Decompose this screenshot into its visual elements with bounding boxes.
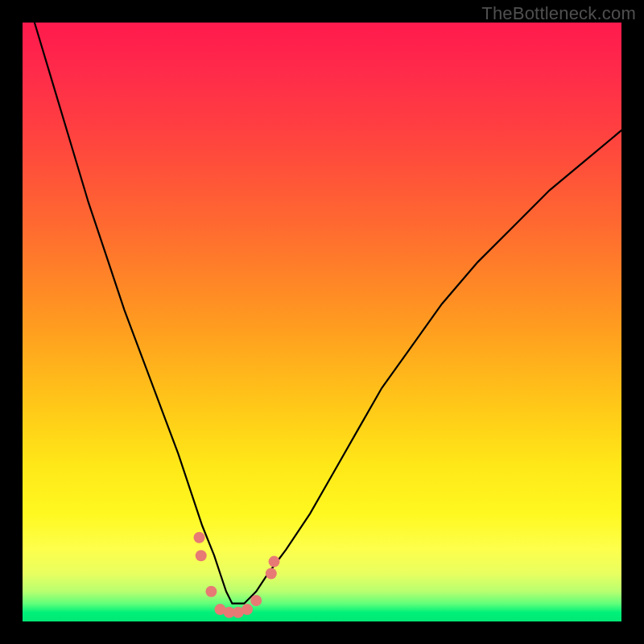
plot-area — [23, 23, 621, 621]
marker-dot — [205, 586, 217, 597]
marker-dots-group — [194, 532, 280, 618]
marker-dot — [194, 532, 205, 543]
marker-dot — [269, 556, 280, 568]
watermark-text: TheBottleneck.com — [481, 3, 636, 24]
marker-dot — [242, 604, 253, 615]
curve-layer — [23, 23, 621, 621]
bottleneck-curve — [35, 23, 621, 604]
marker-dot — [196, 550, 207, 561]
chart-frame: TheBottleneck.com — [0, 0, 644, 644]
marker-dot — [266, 568, 277, 580]
marker-dot — [250, 595, 262, 606]
